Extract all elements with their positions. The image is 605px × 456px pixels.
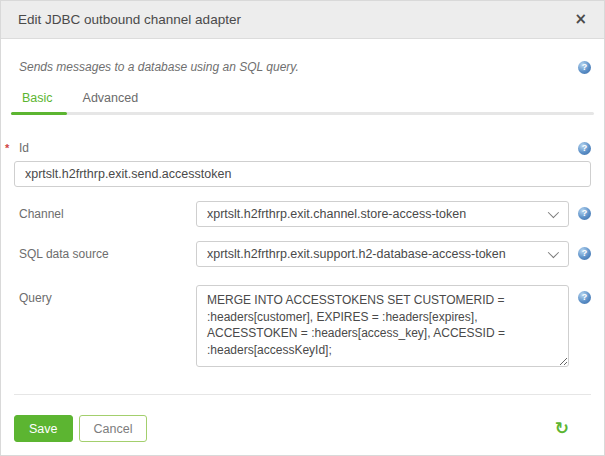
description-row: Sends messages to a database using an SQ…	[14, 60, 591, 74]
tab-bar: Basic Advanced	[14, 91, 591, 115]
chevron-down-icon	[548, 207, 559, 218]
help-icon[interactable]: ?	[578, 142, 591, 155]
query-row: Query MERGE INTO ACCESSTOKENS SET CUSTOM…	[14, 285, 591, 371]
cancel-button[interactable]: Cancel	[79, 415, 148, 442]
query-label: Query	[14, 285, 196, 305]
channel-select[interactable]: xprtslt.h2frthrp.exit.channel.store-acce…	[196, 201, 569, 227]
required-marker: *	[5, 142, 9, 154]
save-button[interactable]: Save	[14, 415, 73, 442]
dialog-body: Sends messages to a database using an SQ…	[1, 60, 604, 371]
sql-data-source-select-value: xprtslt.h2frthrp.exit.support.h2-databas…	[207, 247, 506, 261]
sql-data-source-label: SQL data source	[14, 241, 196, 261]
close-icon[interactable]: ×	[574, 12, 587, 27]
channel-row: Channel xprtslt.h2frthrp.exit.channel.st…	[14, 201, 591, 227]
help-icon[interactable]: ?	[578, 207, 591, 220]
help-icon[interactable]: ?	[578, 291, 591, 304]
id-label-row: * Id ?	[14, 141, 591, 155]
chevron-down-icon	[548, 247, 559, 258]
help-icon[interactable]: ?	[578, 247, 591, 260]
channel-label: Channel	[14, 201, 196, 221]
channel-select-value: xprtslt.h2frthrp.exit.channel.store-acce…	[207, 207, 466, 221]
query-textarea[interactable]: MERGE INTO ACCESSTOKENS SET CUSTOMERID =…	[196, 285, 569, 367]
edit-jdbc-adapter-dialog: Edit JDBC outbound channel adapter × Sen…	[0, 0, 605, 456]
sql-data-source-row: SQL data source xprtslt.h2frthrp.exit.su…	[14, 241, 591, 267]
dialog-footer: Save Cancel ↻	[14, 394, 591, 442]
dialog-header: Edit JDBC outbound channel adapter ×	[1, 1, 604, 39]
dialog-title: Edit JDBC outbound channel adapter	[18, 12, 241, 27]
tab-advanced[interactable]: Advanced	[75, 91, 147, 115]
id-label: Id	[14, 141, 29, 155]
refresh-icon[interactable]: ↻	[555, 420, 569, 437]
help-icon[interactable]: ?	[578, 61, 591, 74]
dialog-description: Sends messages to a database using an SQ…	[14, 60, 299, 74]
tab-basic[interactable]: Basic	[14, 91, 61, 115]
sql-data-source-select[interactable]: xprtslt.h2frthrp.exit.support.h2-databas…	[196, 241, 569, 267]
id-input[interactable]	[14, 161, 591, 187]
